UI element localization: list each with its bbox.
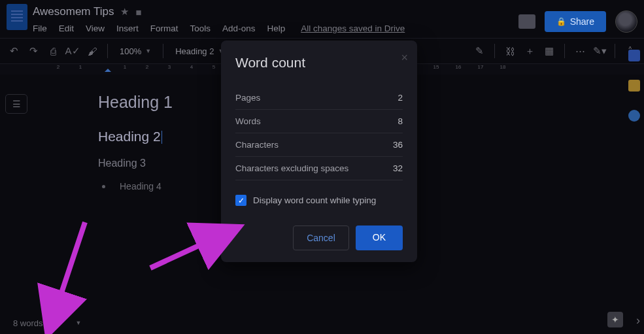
- menu-format[interactable]: Format: [150, 24, 178, 33]
- menu-edit[interactable]: Edit: [59, 24, 74, 33]
- side-panel: [624, 39, 644, 122]
- chevron-down-icon: ▼: [145, 48, 151, 54]
- word-count-status[interactable]: 8 words ▼: [13, 318, 81, 328]
- separator: [564, 44, 565, 58]
- word-count-label: 8 words: [13, 318, 43, 328]
- separator: [494, 44, 495, 58]
- menu-tools[interactable]: Tools: [190, 24, 211, 33]
- word-count-dialog: × Word count Pages 2 Words 8 Characters …: [221, 41, 417, 262]
- calendar-icon[interactable]: [628, 50, 640, 61]
- comment-icon[interactable]: ＋: [522, 44, 537, 58]
- stat-pages: Pages 2: [235, 86, 403, 110]
- redo-icon[interactable]: ↷: [26, 44, 41, 58]
- more-icon[interactable]: ⋯: [573, 44, 587, 58]
- menu-addons[interactable]: Add-ons: [222, 24, 255, 33]
- heading-4-row[interactable]: Heading 4: [98, 181, 173, 192]
- separator: [107, 44, 108, 58]
- heading-4: Heading 4: [120, 181, 161, 192]
- style-value: Heading 2: [175, 46, 214, 56]
- status-bar: 8 words ▼: [0, 312, 644, 334]
- cancel-button[interactable]: Cancel: [293, 225, 349, 250]
- zoom-select[interactable]: 100% ▼: [116, 46, 155, 56]
- user-avatar[interactable]: [615, 10, 637, 33]
- menu-file[interactable]: File: [33, 24, 47, 33]
- undo-icon[interactable]: ↶: [7, 44, 21, 58]
- image-icon[interactable]: ▦: [542, 44, 556, 58]
- share-label: Share: [570, 16, 594, 27]
- keep-icon[interactable]: [628, 80, 640, 92]
- menu-bar: File Edit View Insert Format Tools Add-o…: [33, 20, 518, 33]
- separator: [615, 44, 615, 58]
- text-cursor: [161, 131, 162, 144]
- separator: [163, 44, 163, 58]
- zoom-value: 100%: [120, 46, 141, 56]
- indent-marker-icon[interactable]: [105, 65, 111, 72]
- bullet-icon: [102, 185, 105, 188]
- print-icon[interactable]: ⎙: [46, 44, 60, 58]
- star-icon[interactable]: ★: [120, 6, 129, 18]
- sidepanel-toggle-icon[interactable]: ›: [636, 314, 640, 327]
- menu-view[interactable]: View: [86, 24, 105, 33]
- heading-2[interactable]: Heading 2: [98, 129, 173, 144]
- link-icon[interactable]: ⛓: [503, 44, 517, 58]
- style-select[interactable]: Heading 2 ▼: [171, 46, 228, 56]
- stat-characters-no-spaces: Characters excluding spaces 32: [235, 157, 403, 180]
- tasks-icon[interactable]: [628, 110, 640, 122]
- save-status[interactable]: All changes saved in Drive: [301, 24, 405, 33]
- menu-help[interactable]: Help: [267, 24, 285, 33]
- display-while-typing-option[interactable]: ✓ Display word count while typing: [235, 180, 403, 215]
- dialog-title: Word count: [235, 55, 403, 71]
- folder-icon[interactable]: ■: [135, 7, 141, 18]
- paint-format-icon[interactable]: 🖌: [85, 44, 99, 58]
- share-button[interactable]: 🔒 Share: [545, 11, 606, 32]
- lock-icon: 🔒: [556, 17, 566, 26]
- highlight-icon[interactable]: ✎: [472, 44, 486, 58]
- stat-words: Words 8: [235, 110, 403, 133]
- menu-insert[interactable]: Insert: [116, 24, 139, 33]
- outline-toggle-icon[interactable]: ☰: [5, 94, 27, 114]
- edit-mode-icon[interactable]: ✎▾: [592, 44, 607, 58]
- close-icon[interactable]: ×: [401, 51, 408, 65]
- docs-logo-icon[interactable]: [7, 4, 27, 30]
- explore-button[interactable]: ✦: [607, 312, 623, 327]
- checkbox-label: Display word count while typing: [253, 195, 376, 205]
- heading-1[interactable]: Heading 1: [98, 93, 173, 112]
- comment-history-icon[interactable]: [518, 14, 535, 29]
- document-page[interactable]: Heading 1 Heading 2 Heading 3 Heading 4: [33, 75, 173, 312]
- document-title[interactable]: Awesomem Tips: [33, 5, 114, 18]
- chevron-down-icon: ▼: [76, 320, 82, 326]
- ok-button[interactable]: OK: [356, 225, 403, 250]
- stat-characters: Characters 36: [235, 133, 403, 157]
- heading-3[interactable]: Heading 3: [98, 158, 173, 169]
- app-header: Awesomem Tips ★ ■ File Edit View Insert …: [0, 0, 644, 38]
- spellcheck-icon[interactable]: A✓: [65, 44, 80, 58]
- checkbox-checked-icon[interactable]: ✓: [235, 195, 246, 206]
